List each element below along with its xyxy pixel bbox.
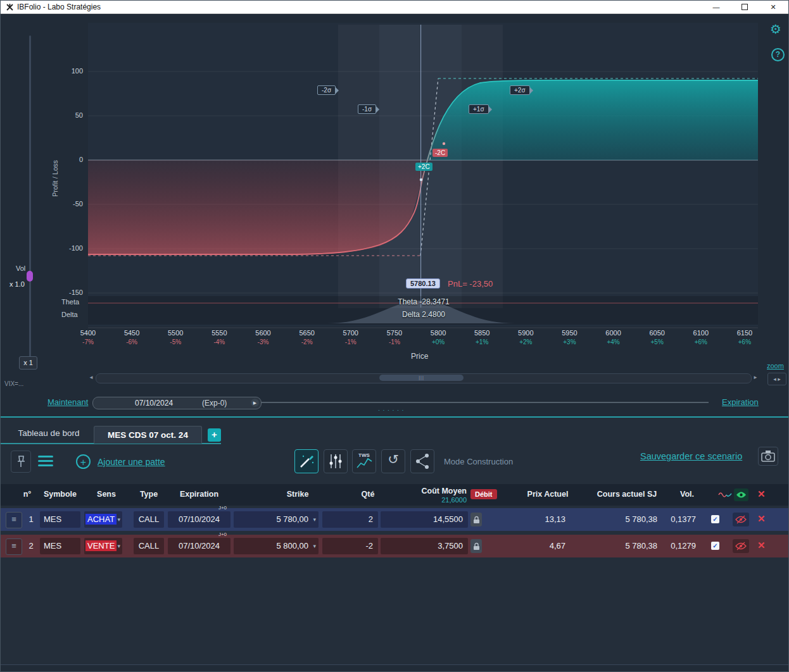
- header-type: Type: [134, 490, 164, 499]
- zoom-control[interactable]: ◂ ▸: [767, 373, 786, 385]
- zoom-label[interactable]: zoom: [767, 362, 784, 370]
- type-field[interactable]: CALL: [134, 511, 164, 528]
- x-tick: 5500-5%: [156, 329, 194, 345]
- history-tool-button[interactable]: ↺: [381, 449, 405, 473]
- payoff-chart[interactable]: [39, 20, 761, 336]
- qty-field[interactable]: -2: [322, 538, 378, 554]
- eye-icon: [736, 491, 747, 499]
- include-leg-checkbox[interactable]: ✓: [711, 542, 719, 550]
- timeline-step-button[interactable]: ▶: [251, 399, 259, 407]
- vol-slider-track[interactable]: [29, 35, 31, 359]
- scroll-left-icon[interactable]: ◄: [89, 375, 94, 380]
- x-tick: 5750-1%: [376, 329, 413, 345]
- avg-cost-field[interactable]: 3,7500: [381, 538, 468, 554]
- x-tick: 5900+2%: [507, 329, 545, 345]
- zoom-in-icon[interactable]: ▸: [778, 376, 781, 382]
- camera-icon: [759, 447, 778, 465]
- drag-handle[interactable]: ≡: [6, 538, 22, 555]
- symbol-field[interactable]: MES: [40, 511, 80, 528]
- caret-down-icon[interactable]: ▾: [313, 538, 316, 554]
- expiration-field[interactable]: 07/10/2024 J+0: [168, 511, 230, 528]
- x-tick: 5600-3%: [244, 329, 282, 345]
- caret-down-icon[interactable]: ▾: [313, 511, 316, 528]
- drag-handle[interactable]: ≡: [6, 512, 22, 528]
- maximize-button[interactable]: [731, 1, 759, 13]
- chart-scrollbar-thumb[interactable]: |||: [379, 375, 464, 381]
- save-scenario-link[interactable]: Sauvegarder ce scenario: [640, 451, 742, 461]
- settings-gear-icon[interactable]: ⚙: [770, 22, 781, 37]
- vol-label: Vol: [16, 264, 25, 272]
- spot-price-label: 5780.13: [406, 278, 440, 289]
- lock-cost-button[interactable]: [470, 513, 482, 526]
- help-button[interactable]: ?: [771, 48, 785, 61]
- expiration-field[interactable]: 07/10/2024 J+0: [168, 538, 230, 554]
- close-button[interactable]: ✕: [759, 1, 787, 13]
- leg-row-short: ≡ 2 MES VENTE ▾ CALL 07/10/2024 J+0 5 80…: [1, 535, 789, 557]
- sigma-tag-minus2: -2σ: [317, 85, 336, 95]
- share-tool-button[interactable]: [410, 449, 434, 473]
- header-vol: Vol.: [667, 490, 707, 499]
- header-strike: Strike: [256, 490, 339, 499]
- scroll-right-icon[interactable]: ►: [753, 375, 758, 380]
- delete-leg-button[interactable]: ✕: [757, 513, 766, 525]
- pnl-value: -23,50: [469, 279, 493, 289]
- splitter-dots-icon[interactable]: · · · · · ·: [378, 407, 405, 413]
- side-select[interactable]: VENTE ▾: [84, 538, 122, 554]
- delete-leg-button[interactable]: ✕: [757, 540, 766, 551]
- debit-badge[interactable]: Débit: [470, 489, 497, 499]
- qty-field[interactable]: 2: [322, 511, 378, 528]
- x-tick: 5650-2%: [288, 329, 326, 345]
- size-multiplier-box[interactable]: x 1: [19, 356, 37, 370]
- zoom-out-icon[interactable]: ◂: [773, 376, 776, 382]
- hide-leg-button[interactable]: [733, 539, 749, 553]
- avg-cost-field[interactable]: 14,5500: [381, 511, 468, 528]
- underlying-price-value: 5 780,38: [574, 538, 662, 554]
- pnl-curve-toggle[interactable]: [718, 490, 732, 502]
- type-field[interactable]: CALL: [134, 538, 164, 554]
- lock-cost-button[interactable]: [470, 539, 482, 553]
- tws-label: TWS: [353, 452, 376, 458]
- snapshot-button[interactable]: [758, 447, 778, 466]
- strike-select[interactable]: 5 780,00 ▾: [234, 511, 319, 528]
- delete-all-button[interactable]: ✕: [757, 488, 766, 500]
- avg-cost-total: 21,6000: [381, 496, 467, 504]
- tab-strategy[interactable]: MES CDS 07 oct. 24: [94, 426, 202, 444]
- minimize-button[interactable]: —: [702, 1, 730, 13]
- menu-button[interactable]: [37, 454, 54, 467]
- tab-dashboard[interactable]: Tableau de bord: [7, 428, 91, 438]
- caret-down-icon[interactable]: ▾: [117, 538, 120, 554]
- side-select[interactable]: ACHAT ▾: [84, 511, 122, 528]
- vix-label: VIX=...: [4, 380, 23, 387]
- show-all-legs-button[interactable]: [734, 488, 748, 501]
- adjust-tool-button[interactable]: [324, 449, 348, 473]
- x-tick: 6050+5%: [638, 329, 676, 345]
- delta-row-label: Delta: [61, 311, 78, 318]
- strike-select[interactable]: 5 800,00 ▾: [234, 538, 319, 554]
- include-leg-checkbox[interactable]: ✓: [711, 515, 719, 523]
- vol-multiplier: x 1.0: [9, 280, 25, 288]
- chart-scrollbar-track[interactable]: |||: [96, 373, 752, 383]
- tws-tool-button[interactable]: TWS: [352, 449, 376, 473]
- leg-row-long: ≡ 1 MES ACHAT ▾ CALL 07/10/2024 J+0 5 78…: [1, 508, 789, 531]
- app-logo-icon: [6, 3, 14, 11]
- short-leg-marker[interactable]: -2C: [432, 149, 448, 157]
- caret-down-icon[interactable]: ▾: [117, 511, 120, 528]
- theta-value: Theta -28.3471: [354, 297, 493, 306]
- vol-value: 0,1279: [664, 538, 698, 554]
- add-tab-button[interactable]: +: [208, 428, 221, 442]
- draw-tool-button[interactable]: [294, 449, 319, 473]
- hide-leg-button[interactable]: [733, 513, 749, 526]
- pin-icon: [11, 451, 30, 472]
- timeline-scrubber[interactable]: 07/10/2024 (Exp-0) ▶: [92, 397, 262, 409]
- add-leg-label[interactable]: Ajouter une patte: [98, 457, 165, 467]
- timeline-exp: (Exp-0): [202, 399, 227, 408]
- timeline-date: 07/10/2024: [135, 399, 173, 408]
- timeline-rail[interactable]: [262, 402, 709, 403]
- pin-button[interactable]: [11, 451, 31, 473]
- vol-slider-handle[interactable]: [27, 271, 33, 282]
- symbol-field[interactable]: MES: [40, 538, 80, 554]
- add-leg-button[interactable]: +: [76, 454, 91, 469]
- long-leg-marker[interactable]: +2C: [415, 163, 432, 171]
- timeline-expiration-link[interactable]: Expiration: [722, 397, 759, 407]
- timeline-now-link[interactable]: Maintenant: [47, 397, 88, 407]
